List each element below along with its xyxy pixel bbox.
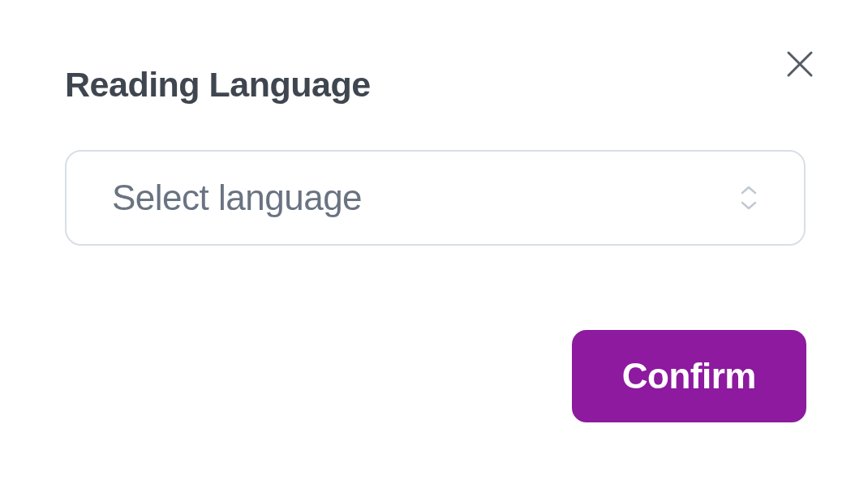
close-icon bbox=[785, 49, 814, 81]
select-placeholder: Select language bbox=[112, 178, 362, 218]
chevron-up-down-icon bbox=[739, 185, 758, 211]
reading-language-modal: Reading Language Select language Confirm bbox=[0, 0, 868, 484]
modal-title: Reading Language bbox=[65, 65, 803, 105]
confirm-button[interactable]: Confirm bbox=[572, 330, 806, 422]
close-button[interactable] bbox=[780, 45, 819, 84]
language-select[interactable]: Select language bbox=[65, 150, 806, 246]
modal-footer: Confirm bbox=[572, 330, 806, 422]
